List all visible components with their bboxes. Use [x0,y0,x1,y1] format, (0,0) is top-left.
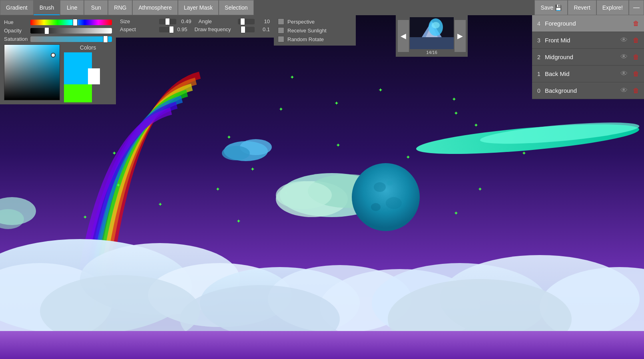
layer-name-background[interactable]: Background [545,87,617,94]
svg-text:✦: ✦ [215,186,220,192]
size-slider[interactable] [159,19,176,24]
perspective-row: Perspective [278,18,352,25]
layer-num-3: 3 [535,37,542,44]
hue-label: Hue [4,19,28,25]
colors-label: Colors [80,44,96,51]
colors-panel: Colors [64,44,112,100]
layer-row-backmid: 1 Back Mid 👁 🗑 [532,66,644,82]
layer-delete-foreground[interactable]: 🗑 [631,20,641,27]
layer-counter: 14/16 [410,50,454,55]
layer-eye-midground[interactable]: 👁 [619,53,629,61]
aspect-slider[interactable] [159,27,172,32]
saturation-slider[interactable] [30,36,112,42]
size-label: Size [120,18,156,24]
toolbar-selection-btn[interactable]: Selection [219,0,254,15]
size-value: 0.49 [179,18,191,24]
saturation-thumb [103,36,108,43]
toolbar-line-btn[interactable]: Line [60,0,84,15]
svg-point-33 [386,197,402,209]
svg-text:✦: ✦ [474,122,479,128]
thumb-svg [410,17,454,49]
svg-text:✦: ✦ [158,201,163,207]
tertiary-color-swatch[interactable] [64,84,92,102]
draw-freq-label: Draw frequency [195,26,239,32]
layer-num-1: 1 [535,71,542,77]
layer-thumb-area: ◀ 14/16 ▶ [396,15,468,57]
next-layer-btn[interactable]: ▶ [455,20,466,52]
perspective-checkbox[interactable] [278,18,284,25]
receive-sunlight-checkbox[interactable] [278,27,284,34]
svg-text:✦: ✦ [279,106,283,112]
layer-eye-backmid[interactable]: 👁 [619,70,629,78]
svg-text:✦: ✦ [250,166,255,172]
svg-point-35 [387,181,393,185]
svg-text:✦: ✦ [378,87,383,93]
svg-rect-49 [0,331,644,359]
layer-thumbnail [410,17,454,49]
angle-label: Angle [199,18,235,24]
size-row: Size 0.49 Angle 10 [120,18,270,24]
opacity-thumb [44,27,49,34]
layer-row-frontmid: 3 Front Mid 👁 🗑 [532,32,644,49]
save-disk-icon: 💾 [555,4,562,11]
svg-text:✦: ✦ [452,96,457,102]
svg-rect-53 [410,37,454,49]
secondary-color-swatch[interactable] [88,68,100,84]
toolbar-layermask-btn[interactable]: Layer Mask [178,0,219,15]
prev-layer-btn[interactable]: ◀ [398,20,409,52]
draw-freq-value: 0.1 [258,26,270,32]
svg-text:✦: ✦ [406,154,411,160]
svg-point-34 [371,203,381,211]
layer-name-midground[interactable]: Midground [545,54,617,60]
layer-num-0: 0 [535,88,542,94]
aspect-value: 0.95 [175,26,187,32]
layer-delete-background[interactable]: 🗑 [631,87,641,94]
layer-delete-frontmid[interactable]: 🗑 [631,37,641,44]
toolbar-atmosphere-btn[interactable]: Athmosphere [132,0,177,15]
random-rotate-label: Random Rotate [287,36,324,42]
thumb-wrapper: 14/16 [410,17,454,55]
aspect-label: Aspect [120,26,156,32]
angle-value: 10 [258,18,270,24]
layer-eye-background[interactable]: 👁 [619,86,629,95]
layer-eye-foreground[interactable]: 👁 [619,19,629,28]
explore-button[interactable]: Explore! [596,0,629,15]
layer-eye-frontmid[interactable]: 👁 [619,36,629,44]
random-rotate-row: Random Rotate [278,36,352,42]
random-rotate-checkbox[interactable] [278,36,284,42]
close-button[interactable]: — [629,0,644,15]
aspect-thumb [169,26,174,33]
layer-name-frontmid[interactable]: Front Mid [545,37,617,44]
svg-text:✦: ✦ [522,150,526,156]
brush-panel: Size 0.49 Angle 10 Aspect 0.95 Draw freq… [116,15,274,38]
hue-slider[interactable] [30,20,112,25]
perspective-label: Perspective [287,19,315,25]
svg-text:✦: ✦ [83,214,88,220]
color-picker-area: Colors [4,44,112,100]
toolbar-brush-btn[interactable]: Brush [34,0,60,15]
svg-text:✦: ✦ [454,110,459,116]
svg-text:✦: ✦ [227,134,231,140]
layer-num-2: 2 [535,54,542,60]
layer-delete-backmid[interactable]: 🗑 [631,70,641,78]
save-button[interactable]: Save 💾 [534,0,568,15]
layer-name-backmid[interactable]: Back Mid [545,70,617,77]
toolbar: Gradient Brush Line Sun RNG Athmosphere … [0,0,644,15]
layer-delete-midground[interactable]: 🗑 [631,54,641,61]
draw-freq-slider[interactable] [242,27,255,32]
layer-num-4: 4 [535,20,542,27]
toolbar-rng-btn[interactable]: RNG [108,0,132,15]
svg-text:✦: ✦ [290,74,295,80]
svg-text:✦: ✦ [336,142,341,148]
saturation-label: Saturation [4,36,28,42]
layer-name-foreground[interactable]: Foreground [545,20,617,27]
toolbar-gradient-btn[interactable]: Gradient [0,0,34,15]
color-gradient[interactable] [4,44,60,100]
opacity-slider[interactable] [30,28,112,34]
revert-button[interactable]: Revert [568,0,596,15]
toolbar-sun-btn[interactable]: Sun [84,0,108,15]
receive-sunlight-label: Receive Sunlight [287,28,327,34]
angle-slider[interactable] [238,19,255,24]
saturation-row: Saturation [4,36,112,42]
save-label: Save [540,4,553,11]
